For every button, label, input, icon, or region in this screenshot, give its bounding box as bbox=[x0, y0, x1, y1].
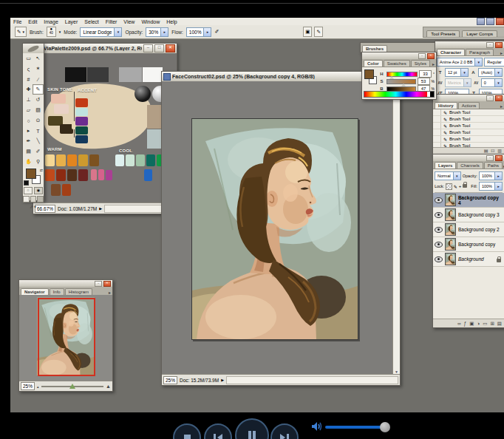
link-layers-icon[interactable]: ∞ bbox=[457, 321, 461, 326]
zoom-in-icon[interactable]: ▲ bbox=[106, 384, 111, 389]
minimize-button[interactable]: – bbox=[486, 155, 494, 161]
history-state[interactable]: ✎Brush Tool bbox=[433, 109, 504, 116]
edit-standard-mode-button[interactable]: ○ bbox=[24, 187, 33, 194]
menu-help[interactable]: Help bbox=[166, 19, 177, 24]
quick-mask-mode-button[interactable]: ◉ bbox=[34, 187, 43, 194]
blend-mode-select[interactable]: Linear Dodge ▾ bbox=[80, 27, 122, 37]
close-button[interactable]: ✕ bbox=[495, 42, 503, 48]
imageready-button[interactable]: ⇗✦ bbox=[23, 203, 44, 209]
tab-layer-comps[interactable]: Layer Comps bbox=[462, 30, 497, 37]
layer-mask-icon[interactable]: ▣ bbox=[469, 321, 474, 327]
kerning-select[interactable]: Metrics ▾ bbox=[445, 78, 471, 87]
app-close-button[interactable] bbox=[496, 18, 504, 25]
layer-thumbnail[interactable] bbox=[445, 253, 456, 265]
layers-chrome[interactable]: – ✕ bbox=[433, 154, 504, 161]
menu-filter[interactable]: Filter bbox=[106, 19, 118, 24]
history-state[interactable]: ✎Brush Tool bbox=[433, 116, 504, 123]
menu-edit[interactable]: Edit bbox=[28, 19, 37, 24]
hue-slider[interactable] bbox=[386, 72, 418, 77]
volume-slider[interactable] bbox=[325, 426, 384, 429]
layer-opacity-field[interactable]: 100% ▸ bbox=[479, 171, 503, 180]
navigator-chrome[interactable]: – ✕ bbox=[19, 280, 112, 287]
menu-select[interactable]: Select bbox=[84, 19, 98, 24]
leading-select[interactable]: (Auto) ▾ bbox=[478, 68, 503, 77]
font-size-select[interactable]: 12 pt ▾ bbox=[445, 68, 469, 77]
tab-styles[interactable]: Styles bbox=[411, 60, 430, 67]
foreground-color-swatch[interactable] bbox=[364, 69, 374, 79]
navigator-zoom-slider[interactable] bbox=[41, 386, 104, 387]
layer-thumbnail[interactable] bbox=[445, 238, 456, 251]
menu-view[interactable]: View bbox=[123, 19, 134, 24]
doc-info-arrow-icon[interactable]: ▶ bbox=[221, 378, 224, 382]
palette-menu-icon[interactable]: ▸ bbox=[500, 50, 503, 55]
tab-navigator[interactable]: Navigator bbox=[21, 288, 49, 295]
layer-thumbnail[interactable] bbox=[445, 223, 456, 236]
close-button[interactable]: ✕ bbox=[495, 95, 503, 101]
menu-window[interactable]: Window bbox=[141, 19, 160, 24]
palette-menu-icon[interactable]: ▸ bbox=[432, 61, 435, 67]
minimize-button[interactable]: – bbox=[418, 53, 426, 59]
close-button[interactable]: ✕ bbox=[103, 281, 111, 287]
zoom-out-icon[interactable]: ▴ bbox=[37, 384, 39, 389]
layer-row[interactable]: Background copy 4 bbox=[433, 193, 504, 208]
pause-button[interactable] bbox=[235, 418, 269, 439]
minimize-button[interactable]: – bbox=[143, 44, 153, 52]
tool-zoom[interactable]: ⚲ bbox=[33, 157, 44, 167]
layer-thumbnail[interactable] bbox=[445, 208, 456, 221]
tool-history-brush[interactable]: ↺ bbox=[33, 95, 44, 105]
default-colors-icon[interactable] bbox=[24, 180, 29, 186]
minimize-button[interactable]: – bbox=[486, 95, 494, 101]
lock-move-toggle[interactable]: + bbox=[459, 184, 462, 188]
brush-palette-toggle-icon[interactable]: ✎ bbox=[314, 27, 322, 37]
tab-character[interactable]: Character bbox=[437, 49, 465, 55]
fullscreen-button[interactable] bbox=[37, 196, 44, 203]
close-button[interactable]: ✕ bbox=[495, 155, 503, 161]
navigator-view-box[interactable] bbox=[38, 298, 95, 376]
character-chrome[interactable]: – ✕ bbox=[435, 41, 504, 48]
foreground-color-swatch[interactable] bbox=[26, 169, 36, 179]
layer-row[interactable]: Background bbox=[433, 252, 504, 267]
tab-layers[interactable]: Layers bbox=[435, 162, 456, 169]
menu-file[interactable]: File bbox=[13, 19, 21, 24]
tool-gradient[interactable]: ▨ bbox=[33, 105, 44, 115]
layer-thumbnail[interactable] bbox=[445, 194, 456, 206]
layer-blend-mode-select[interactable]: Normal ▾ bbox=[435, 171, 461, 180]
minimize-button[interactable]: – bbox=[95, 281, 102, 287]
menu-image[interactable]: Image bbox=[44, 19, 58, 24]
layer-visibility-icon[interactable] bbox=[435, 242, 443, 248]
palette-doc-titlebar[interactable]: ViaPalette2009.psd @ 66.7% (Layer 2, RGB… bbox=[33, 44, 177, 54]
horizontal-scrollbar[interactable] bbox=[226, 376, 398, 384]
swap-colors-icon[interactable]: ⇄ bbox=[40, 168, 43, 172]
tool-dodge[interactable]: ⊙ bbox=[33, 115, 44, 126]
main-doc-canvas-area[interactable] bbox=[162, 81, 393, 375]
tracking-select[interactable]: 0 ▾ bbox=[481, 78, 503, 87]
layer-visibility-icon[interactable] bbox=[435, 227, 443, 233]
volume-icon[interactable] bbox=[311, 421, 323, 432]
tab-swatches[interactable]: Swatches bbox=[384, 60, 410, 67]
tab-channels[interactable]: Channels bbox=[457, 162, 483, 169]
tool-brush[interactable]: ✎ bbox=[33, 84, 44, 95]
previous-button[interactable] bbox=[204, 423, 232, 439]
app-minimize-button[interactable] bbox=[477, 18, 485, 25]
fullscreen-menubar-button[interactable] bbox=[30, 196, 37, 203]
adjustment-layer-icon[interactable]: ◑ bbox=[477, 321, 480, 326]
font-family-select[interactable]: Anime Ace 2.0 BB ▾ bbox=[437, 58, 483, 67]
painting-canvas[interactable] bbox=[191, 118, 358, 340]
doc-info-arrow-icon[interactable]: ▶ bbox=[99, 206, 102, 211]
tab-brushes[interactable]: Brushes bbox=[362, 45, 387, 52]
airbrush-toggle-icon[interactable]: ✐ bbox=[214, 29, 219, 35]
font-style-select[interactable]: Regular ▾ bbox=[484, 58, 504, 67]
layer-visibility-icon[interactable] bbox=[435, 256, 443, 262]
layer-group-icon[interactable]: ▭ bbox=[483, 321, 487, 327]
saturation-value[interactable]: 53 bbox=[418, 78, 430, 85]
layer-row[interactable]: Background copy bbox=[433, 237, 504, 252]
file-browser-icon[interactable]: ▣ bbox=[303, 27, 312, 37]
brush-dropdown-icon[interactable]: ▾ bbox=[59, 30, 61, 34]
navigator-zoom-field[interactable]: 25% bbox=[21, 382, 35, 390]
flow-field[interactable]: 100% ▸ bbox=[186, 27, 212, 37]
tool-shape[interactable]: ╲ bbox=[33, 136, 44, 146]
layer-row[interactable]: Background copy 3 bbox=[433, 208, 504, 222]
next-button[interactable] bbox=[270, 423, 299, 439]
lock-all-toggle[interactable] bbox=[463, 184, 467, 188]
color-spectrum-bar[interactable] bbox=[364, 91, 435, 98]
